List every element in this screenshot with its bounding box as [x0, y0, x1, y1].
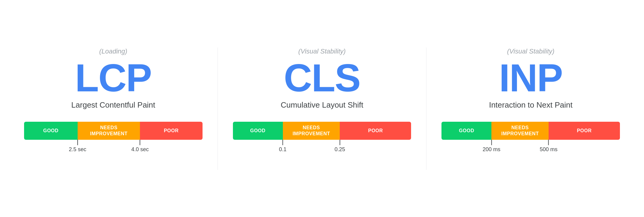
inp-marker-line-1 [491, 140, 492, 145]
cls-marker-1: 0.1 [279, 140, 286, 153]
metric-card-lcp: (Loading) LCP Largest Contentful Paint G… [24, 47, 203, 170]
lcp-poor-segment: POOR [140, 122, 202, 140]
lcp-marker-line-1 [77, 140, 78, 145]
cls-scale-wrapper: GOOD NEEDS IMPROVEMENT POOR 0.1 0.25 [233, 122, 411, 155]
inp-marker-2: 500 ms [540, 140, 557, 153]
cls-needs-segment: NEEDS IMPROVEMENT [283, 122, 340, 140]
cls-markers: 0.1 0.25 [233, 140, 411, 155]
lcp-name: Largest Contentful Paint [71, 100, 155, 110]
cls-good-segment: GOOD [233, 122, 283, 140]
cls-acronym: CLS [284, 58, 360, 97]
lcp-category: (Loading) [99, 47, 127, 55]
lcp-marker-label-1: 2.5 sec [69, 146, 86, 153]
inp-category: (Visual Stability) [507, 47, 554, 55]
lcp-good-segment: GOOD [24, 122, 78, 140]
cls-category: (Visual Stability) [298, 47, 345, 55]
cls-marker-label-1: 0.1 [279, 146, 286, 153]
cls-poor-segment: POOR [340, 122, 411, 140]
inp-scale-bar: GOOD NEEDS IMPROVEMENT POOR [441, 122, 620, 140]
inp-scale-wrapper: GOOD NEEDS IMPROVEMENT POOR 200 ms 500 m… [441, 122, 620, 155]
inp-markers: 200 ms 500 ms [441, 140, 620, 155]
lcp-acronym: LCP [75, 58, 151, 97]
cls-marker-2: 0.25 [335, 140, 345, 153]
inp-acronym: INP [499, 58, 562, 97]
inp-marker-label-2: 500 ms [540, 146, 557, 153]
lcp-needs-segment: NEEDS IMPROVEMENT [78, 122, 140, 140]
lcp-marker-1: 2.5 sec [69, 140, 86, 153]
inp-marker-label-1: 200 ms [483, 146, 500, 153]
lcp-scale-wrapper: GOOD NEEDS IMPROVEMENT POOR 2.5 sec 4.0 … [24, 122, 203, 155]
lcp-markers: 2.5 sec 4.0 sec [24, 140, 203, 155]
inp-good-segment: GOOD [441, 122, 491, 140]
inp-marker-line-2 [548, 140, 549, 145]
cls-marker-line-2 [339, 140, 340, 145]
divider-2 [426, 47, 426, 170]
metric-card-cls: (Visual Stability) CLS Cumulative Layout… [233, 47, 411, 170]
metric-card-inp: (Visual Stability) INP Interaction to Ne… [441, 47, 620, 170]
inp-marker-1: 200 ms [483, 140, 500, 153]
cls-marker-label-2: 0.25 [335, 146, 345, 153]
inp-name: Interaction to Next Paint [489, 100, 572, 110]
cls-name: Cumulative Layout Shift [281, 100, 364, 110]
lcp-scale-bar: GOOD NEEDS IMPROVEMENT POOR [24, 122, 203, 140]
inp-poor-segment: POOR [549, 122, 620, 140]
cls-marker-line-1 [283, 140, 283, 145]
lcp-marker-line-2 [140, 140, 140, 145]
metrics-container: (Loading) LCP Largest Contentful Paint G… [6, 35, 638, 182]
divider-1 [218, 47, 218, 170]
inp-needs-segment: NEEDS IMPROVEMENT [491, 122, 549, 140]
lcp-marker-label-2: 4.0 sec [131, 146, 149, 153]
lcp-marker-2: 4.0 sec [131, 140, 149, 153]
cls-scale-bar: GOOD NEEDS IMPROVEMENT POOR [233, 122, 411, 140]
